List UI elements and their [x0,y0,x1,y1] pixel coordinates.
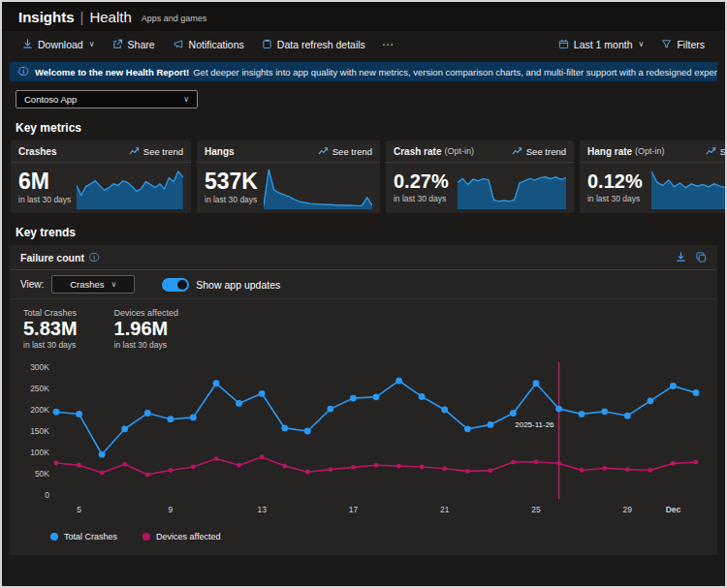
sparkline-chart [77,165,183,209]
key-metrics-heading: Key metrics [2,108,725,140]
page-title: Insights [18,9,75,25]
see-trend-link[interactable]: See trend [706,146,727,157]
metric-cards: Crashes See trend 6M in last 30 days Han… [2,140,725,213]
trend-chart-icon [706,146,716,156]
info-icon: ⓘ [18,65,28,78]
toggle-on-icon [162,278,189,292]
card-title: Crash rate [394,146,441,157]
chevron-down-icon: ∨ [183,95,189,104]
copy-icon [696,252,707,263]
more-options-button[interactable]: ⋯ [376,38,400,51]
svg-text:100K: 100K [30,448,49,457]
megaphone-icon [173,39,184,49]
failure-count-panel: Failure count ⓘ View: Crashes ∨ Show app… [10,245,717,555]
legend-dot-icon [50,533,58,541]
svg-text:2025-11-26: 2025-11-26 [515,420,554,429]
card-title: Crashes [18,146,56,157]
trend-chart-icon [318,146,329,156]
info-icon[interactable]: ⓘ [89,251,99,264]
svg-text:200K: 200K [30,405,49,415]
svg-text:25: 25 [531,505,541,514]
metric-value: 537K [205,170,258,193]
stat-devices-affected: Devices affected 1.96M in last 30 days [114,308,178,350]
date-range-button[interactable]: Last 1 month ∨ [552,36,651,53]
trend-chart-icon [512,146,522,156]
show-app-updates-toggle[interactable]: Show app updates [162,278,280,292]
notifications-button[interactable]: Notifications [166,36,251,53]
stat-total-crashes: Total Crashes 5.83M in last 30 days [23,308,78,350]
sparkline-chart [651,165,727,209]
svg-text:50K: 50K [35,469,49,479]
banner-text: Get deeper insights into app quality wit… [193,67,717,77]
legend-devices-affected[interactable]: Devices affected [142,532,220,542]
app-selector-row: Contoso App ∨ [2,87,725,108]
share-button[interactable]: Share [106,36,162,53]
section-title: Health [89,9,131,25]
svg-text:150K: 150K [30,426,49,436]
chart-legend: Total Crashes Devices affected [10,524,717,555]
metric-card-crash-rate: Crash rate (Opt-in) See trend 0.27% in l… [386,140,574,213]
metric-caption: in last 30 days [205,195,258,204]
svg-text:17: 17 [349,505,359,514]
svg-text:21: 21 [440,505,450,514]
copy-chart-button[interactable] [696,252,707,263]
view-select[interactable]: Crashes ∨ [51,275,135,294]
metric-card-hang-rate: Hang rate (Opt-in) See trend 0.12% in la… [580,140,727,213]
panel-title: Failure count [20,252,84,263]
view-select-value: Crashes [70,279,104,290]
svg-text:5: 5 [77,505,81,514]
chevron-down-icon: ∨ [639,40,645,48]
svg-text:0: 0 [45,490,49,500]
metric-value: 6M [18,170,71,193]
context-label: Apps and games [142,10,207,23]
metric-value: 0.27% [394,171,452,192]
card-title: Hangs [205,146,235,157]
svg-text:250K: 250K [30,384,49,393]
svg-text:29: 29 [623,505,633,514]
share-icon [112,39,123,49]
card-suffix: (Opt-in) [444,146,474,156]
download-chart-button[interactable] [676,252,686,263]
info-banner: ⓘ Welcome to the new Health Report! Get … [10,62,717,81]
legend-dot-icon [142,533,150,541]
see-trend-link[interactable]: See trend [318,146,372,157]
data-refresh-button[interactable]: Data refresh details [255,36,372,53]
see-trend-link[interactable]: See trend [129,146,183,157]
toolbar-left: Download ∨ Share Notifications Data refr… [16,36,400,53]
title-bar: Insights | Health Apps and games [2,2,725,31]
metric-value: 0.12% [587,171,646,192]
see-trend-link[interactable]: See trend [512,146,566,157]
app-select[interactable]: Contoso App ∨ [16,90,198,108]
legend-total-crashes[interactable]: Total Crashes [50,532,117,542]
sparkline-chart [264,165,372,209]
metric-card-hangs: Hangs See trend 537K in last 30 days [197,140,380,213]
calendar-icon [558,39,569,49]
key-trends-heading: Key trends [2,213,725,245]
toolbar: Download ∨ Share Notifications Data refr… [2,31,725,57]
card-suffix: (Opt-in) [635,146,665,156]
svg-text:Dec: Dec [666,505,681,514]
trend-chart-icon [129,146,140,156]
app-select-value: Contoso App [24,94,77,105]
failure-count-chart: 050K100K150K200K250K300K591317212529Dec2… [16,357,711,520]
view-label: View: [20,279,44,290]
svg-text:13: 13 [257,505,267,514]
svg-text:300K: 300K [30,362,49,372]
chart-stats: Total Crashes 5.83M in last 30 days Devi… [10,299,717,354]
title-separator: | [80,9,84,25]
clipboard-icon [262,39,272,49]
banner-title: Welcome to the new Health Report! [35,67,189,77]
toggle-label: Show app updates [196,279,280,291]
metric-caption: in last 30 days [18,195,71,204]
metric-caption: in last 30 days [394,194,452,203]
metric-caption: in last 30 days [587,194,646,203]
filters-button[interactable]: Filters [654,36,711,53]
svg-text:9: 9 [168,505,173,514]
chevron-down-icon: ∨ [111,280,117,289]
toolbar-right: Last 1 month ∨ Filters [552,36,711,53]
download-icon [676,252,686,263]
sparkline-chart [458,165,566,209]
download-button[interactable]: Download ∨ [16,36,102,53]
trend-chart-area: 050K100K150K200K250K300K591317212529Dec2… [10,354,717,524]
card-title: Hang rate [587,146,632,157]
